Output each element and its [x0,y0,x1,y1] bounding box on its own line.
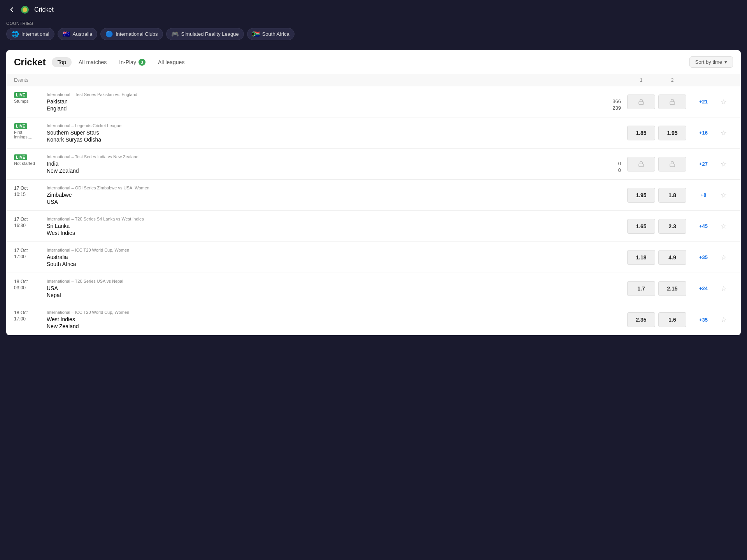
match-date: 17 Oct [14,186,28,191]
favorite-button[interactable]: ☆ [719,158,728,170]
odds-col-2: 1.8 [657,188,688,203]
time-col: LIVE Stumps [14,92,42,103]
odds-2-button[interactable]: 2.15 [658,281,686,296]
match-teams: USA Nepal [47,285,626,298]
odds-2-button[interactable]: 1.8 [658,188,686,203]
odds-1-button[interactable]: 2.35 [627,312,655,327]
more-odds-link[interactable]: +21 [699,99,708,105]
star-col: ☆ [719,96,733,108]
more-odds-col: +16 [688,130,719,136]
tab-inplay[interactable]: In-Play 3 [114,57,151,68]
team1-name: India [47,161,79,167]
odds-1-button[interactable] [627,94,655,109]
tab-south-africa[interactable]: 🇿🇦 South Africa [247,28,295,40]
teams-names: Southern Super Stars Konark Suryas Odish… [47,130,101,143]
tab-top[interactable]: Top [52,57,72,67]
more-odds-link[interactable]: +24 [699,285,708,291]
odds-1-button[interactable] [627,157,655,172]
team1-score: 0 [618,161,621,166]
more-odds-link[interactable]: +45 [699,223,708,229]
odds-col-1: 1.7 [626,281,657,296]
match-details: International – Test Series India vs New… [47,154,626,174]
odds-2-button[interactable]: 2.3 [658,219,686,234]
team-score-col: 366 239 [605,98,621,112]
live-badge: LIVE [14,123,27,129]
more-odds-col: +45 [688,223,719,229]
sort-by-time-button[interactable]: Sort by time ▾ [689,56,733,68]
top-bar: Cricket [0,0,747,19]
more-odds-link[interactable]: +16 [699,130,708,136]
odds-1-button[interactable]: 1.18 [627,250,655,265]
star-col: ☆ [719,127,733,139]
odds-2-button[interactable] [658,157,686,172]
odds-2-button[interactable]: 4.9 [658,250,686,265]
odds-2-button[interactable]: 1.6 [658,312,686,327]
tab-all-matches[interactable]: All matches [73,57,112,67]
favorite-button[interactable]: ☆ [719,220,728,232]
favorite-button[interactable]: ☆ [719,189,728,201]
favorite-button[interactable]: ☆ [719,314,728,326]
match-row: LIVE Not started International – Test Se… [6,149,741,180]
countries-section: Countries 🌐 International 🇦🇺 Australia 🔵… [0,19,747,44]
countries-tabs: 🌐 International 🇦🇺 Australia 🔵 Internati… [6,28,741,40]
match-row: 17 Oct 10:15 International – ODI Series … [6,180,741,211]
odds-2-button[interactable]: 1.95 [658,126,686,140]
more-odds-link[interactable]: +35 [699,317,708,323]
odds-col-1: 1.85 [626,126,657,140]
match-status: First innings,... [14,130,41,139]
tab-all-leagues[interactable]: All leagues [153,57,190,67]
team2-name: Konark Suryas Odisha [47,136,101,143]
tab-australia[interactable]: 🇦🇺 Australia [58,28,98,40]
teams-names: Zimbabwe USA [47,192,72,205]
team1-name: Zimbabwe [47,192,72,198]
events-col-label: Events [14,77,626,83]
more-odds-link[interactable]: +35 [699,254,708,260]
match-teams: Zimbabwe USA [47,192,626,205]
match-status: Not started [14,161,35,166]
favorite-button[interactable]: ☆ [719,96,728,108]
sort-chevron-icon: ▾ [724,59,727,65]
teams-names: West Indies New Zealand [47,316,79,329]
more-odds-link[interactable]: +8 [701,192,707,198]
events-header: Events 1 2 [6,74,741,86]
team2-name: New Zealand [47,323,79,329]
team1-name: Australia [47,254,76,260]
odds-2-button[interactable] [658,94,686,109]
team1-score: 366 [612,98,621,104]
star-col: ☆ [719,314,733,326]
tab-international-clubs[interactable]: 🔵 International Clubs [100,28,163,40]
odds-col-1 [626,94,657,109]
australia-flag-icon: 🇦🇺 [63,30,70,38]
odds-1-button[interactable]: 1.65 [627,219,655,234]
favorite-button[interactable]: ☆ [719,252,728,263]
odds-1-button[interactable]: 1.7 [627,281,655,296]
back-button[interactable] [8,6,16,14]
odds-col-1: 1.65 [626,219,657,234]
match-date: 18 Oct [14,310,28,315]
match-teams: India New Zealand 0 0 [47,161,626,174]
tab-simulated-reality[interactable]: 🎮 Simulated Reality League [166,28,244,40]
more-odds-col: +35 [688,317,719,323]
teams-names: India New Zealand [47,161,79,174]
match-league: International – ICC T20 World Cup, Women [47,248,626,252]
team2-name: USA [47,199,72,205]
favorite-button[interactable]: ☆ [719,283,728,294]
odds-1-button[interactable]: 1.85 [627,126,655,140]
odds-col-2: 4.9 [657,250,688,265]
more-odds-link[interactable]: +27 [699,161,708,167]
star-col: ☆ [719,220,733,232]
odds-1-button[interactable]: 1.95 [627,188,655,203]
south-africa-label: South Africa [262,31,289,37]
team2-score: 239 [612,105,621,111]
star-col: ☆ [719,252,733,263]
international-label: International [21,31,49,37]
int-clubs-icon: 🔵 [105,30,113,38]
more-odds-col: +21 [688,99,719,105]
match-row: LIVE Stumps International – Test Series … [6,86,741,117]
international-flag-icon: 🌐 [11,30,19,38]
team2-name: West Indies [47,230,75,236]
match-date: 17 Oct [14,248,28,253]
favorite-button[interactable]: ☆ [719,127,728,139]
south-africa-flag-icon: 🇿🇦 [252,30,260,38]
tab-international[interactable]: 🌐 International [6,28,54,40]
